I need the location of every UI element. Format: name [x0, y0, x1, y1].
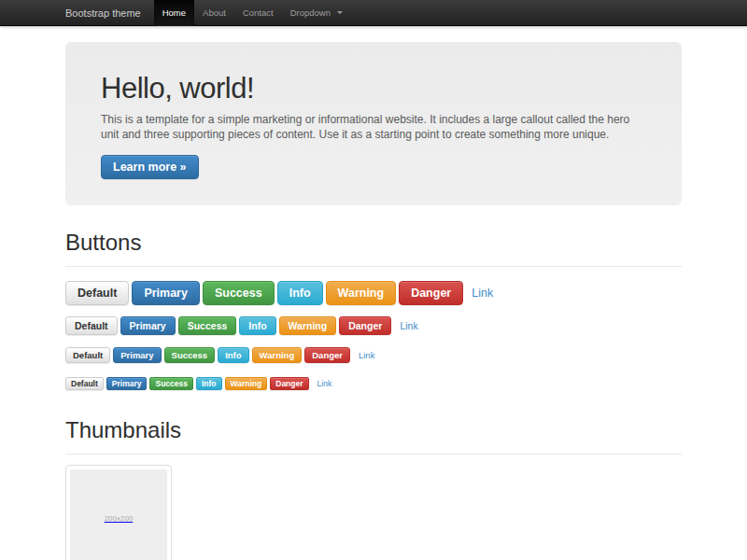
buttons-section-divider — [65, 266, 682, 267]
danger-button-sm[interactable]: Danger — [304, 347, 350, 363]
nav-link-dropdown[interactable]: Dropdown — [282, 0, 351, 26]
learn-more-button[interactable]: Learn more » — [101, 155, 199, 179]
link-button-md[interactable]: Link — [400, 320, 417, 331]
link-button-sm[interactable]: Link — [359, 350, 374, 360]
hero-description: This is a template for a simple marketin… — [101, 113, 646, 142]
button-row-sm: DefaultPrimarySuccessInfoWarningDangerLi… — [65, 346, 682, 363]
nav-link-contact[interactable]: Contact — [234, 0, 282, 26]
warning-button-lg[interactable]: Warning — [326, 281, 397, 305]
primary-button-sm[interactable]: Primary — [113, 347, 161, 363]
navbar-brand[interactable]: Bootstrap theme — [65, 0, 141, 26]
navbar-menu: HomeAboutContactDropdown — [154, 0, 351, 26]
page-container: Hello, world! This is a template for a s… — [65, 42, 682, 560]
default-button-md[interactable]: Default — [65, 316, 118, 335]
danger-button-xs[interactable]: Danger — [270, 377, 308, 390]
link-button-xs[interactable]: Link — [317, 379, 332, 388]
button-row-lg: DefaultPrimarySuccessInfoWarningDangerLi… — [65, 281, 682, 305]
warning-button-xs[interactable]: Warning — [225, 377, 268, 390]
success-button-sm[interactable]: Success — [164, 347, 216, 363]
nav-item-home: Home — [154, 0, 194, 26]
button-rows: DefaultPrimarySuccessInfoWarningDangerLi… — [65, 281, 682, 391]
hero-title: Hello, world! — [101, 73, 646, 105]
primary-button-lg[interactable]: Primary — [132, 281, 200, 305]
danger-button-md[interactable]: Danger — [339, 316, 391, 335]
hero-unit: Hello, world! This is a template for a s… — [65, 42, 682, 205]
warning-button-sm[interactable]: Warning — [252, 347, 303, 363]
thumbnails-section-divider — [65, 454, 682, 455]
warning-button-md[interactable]: Warning — [279, 316, 337, 335]
danger-button-lg[interactable]: Danger — [399, 281, 463, 305]
button-row-md: DefaultPrimarySuccessInfoWarningDangerLi… — [65, 316, 682, 335]
success-button-md[interactable]: Success — [178, 316, 237, 335]
info-button-sm[interactable]: Info — [218, 347, 248, 363]
info-button-lg[interactable]: Info — [277, 281, 323, 305]
success-button-xs[interactable]: Success — [149, 377, 193, 390]
nav-link-home[interactable]: Home — [154, 0, 194, 26]
caret-down-icon — [337, 11, 343, 14]
navbar: Bootstrap theme HomeAboutContactDropdown — [0, 0, 747, 26]
success-button-lg[interactable]: Success — [203, 281, 275, 305]
link-button-lg[interactable]: Link — [472, 287, 493, 300]
primary-button-xs[interactable]: Primary — [106, 377, 148, 390]
nav-item-about: About — [194, 0, 234, 26]
primary-button-md[interactable]: Primary — [120, 316, 176, 335]
buttons-section-title: Buttons — [65, 230, 682, 255]
thumbnail-placeholder-image: 200x200 — [70, 469, 167, 560]
button-row-xs: DefaultPrimarySuccessInfoWarningDangerLi… — [65, 374, 682, 391]
info-button-xs[interactable]: Info — [196, 377, 222, 390]
nav-item-contact: Contact — [234, 0, 282, 26]
default-button-sm[interactable]: Default — [65, 347, 110, 363]
thumbnail-link[interactable]: 200x200 — [65, 465, 172, 560]
default-button-lg[interactable]: Default — [65, 281, 129, 305]
nav-item-dropdown: Dropdown — [282, 0, 351, 26]
nav-link-about[interactable]: About — [194, 0, 234, 26]
navbar-inner: Bootstrap theme HomeAboutContactDropdown — [65, 0, 682, 26]
info-button-md[interactable]: Info — [239, 316, 275, 335]
default-button-xs[interactable]: Default — [65, 377, 104, 390]
thumbnails-section-title: Thumbnails — [65, 417, 682, 442]
